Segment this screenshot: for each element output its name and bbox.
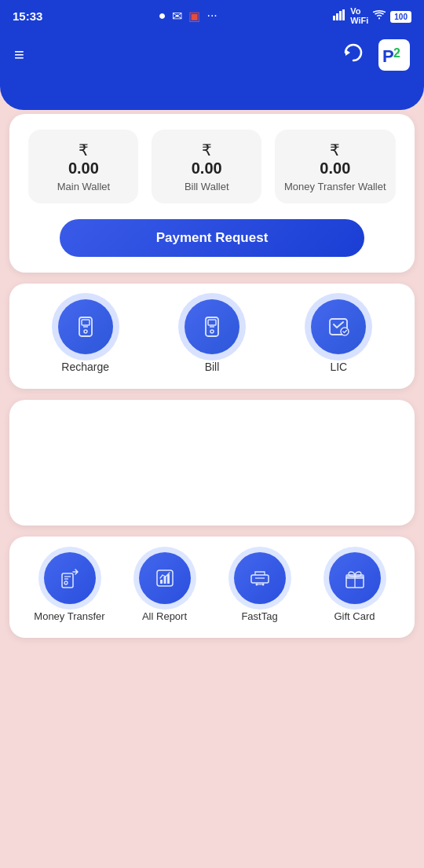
money-transfer-wallet-label: Money Transfer Wallet xyxy=(284,181,386,192)
svg-rect-3 xyxy=(342,9,345,20)
money-transfer-wallet-currency: ₹ xyxy=(330,141,340,159)
svg-rect-1 xyxy=(336,13,338,20)
bill-wallet-item[interactable]: ₹ 0.00 Bill Wallet xyxy=(152,130,261,203)
svg-rect-15 xyxy=(208,320,216,325)
recharge-label: Recharge xyxy=(61,361,109,373)
svg-rect-10 xyxy=(79,317,92,336)
notification-icons: ● ✉ ▣ ··· xyxy=(159,9,217,24)
recharge-service-item[interactable]: Recharge xyxy=(22,299,148,373)
status-time: 15:33 xyxy=(13,9,42,23)
app-header: ≡ P 2 ↑ xyxy=(0,31,424,86)
main-wallet-label: Main Wallet xyxy=(57,181,110,192)
bill-icon-wrapper xyxy=(185,299,239,354)
all-report-label: All Report xyxy=(142,610,187,622)
money-transfer-item[interactable]: Money Transfer xyxy=(22,552,117,622)
all-report-icon xyxy=(154,567,176,589)
bill-wallet-label: Bill Wallet xyxy=(185,181,229,192)
gift-card-icon-wrapper xyxy=(329,552,381,604)
app-icon: ▣ xyxy=(188,9,200,24)
svg-point-12 xyxy=(84,330,87,333)
bottom-services-card: Money Transfer All Report xyxy=(9,537,415,638)
svg-point-29 xyxy=(255,584,258,586)
svg-marker-5 xyxy=(345,49,350,56)
battery-level: 100 xyxy=(390,11,411,23)
svg-rect-26 xyxy=(163,577,166,584)
bottom-services-row: Money Transfer All Report xyxy=(22,552,402,622)
svg-point-23 xyxy=(64,581,68,584)
money-transfer-label: Money Transfer xyxy=(34,610,104,622)
bill-wallet-currency: ₹ xyxy=(202,141,212,159)
status-bar: 15:33 ● ✉ ▣ ··· VoWiFi 100 xyxy=(0,0,424,31)
fasttag-icon-wrapper xyxy=(234,552,286,604)
battery-icon: 100 xyxy=(390,10,411,22)
fasttag-icon xyxy=(249,567,271,589)
all-report-icon-wrapper xyxy=(139,552,191,604)
svg-point-19 xyxy=(341,328,349,335)
main-wallet-item[interactable]: ₹ 0.00 Main Wallet xyxy=(28,130,138,203)
svg-rect-0 xyxy=(333,16,335,20)
bill-label: Bill xyxy=(205,361,220,373)
lic-service-item[interactable]: LIC xyxy=(276,299,402,373)
wifi-icon xyxy=(373,10,386,22)
svg-rect-32 xyxy=(346,577,364,588)
svg-point-16 xyxy=(210,330,214,333)
gift-card-label: Gift Card xyxy=(334,610,375,622)
money-transfer-icon xyxy=(59,567,81,589)
services-row: Recharge Bill xyxy=(22,299,402,373)
main-wallet-currency: ₹ xyxy=(79,141,89,159)
svg-rect-34 xyxy=(346,575,364,578)
lic-label: LIC xyxy=(330,361,347,373)
svg-text:P: P xyxy=(382,46,394,66)
empty-card xyxy=(9,400,415,526)
svg-point-4 xyxy=(378,17,380,19)
header-right: P 2 ↑ xyxy=(342,39,410,71)
svg-text:↑: ↑ xyxy=(397,48,400,56)
payment-request-button[interactable]: Payment Request xyxy=(60,219,364,257)
bill-icon xyxy=(199,314,225,339)
mail-icon: ✉ xyxy=(172,9,182,24)
gift-card-item[interactable]: Gift Card xyxy=(307,552,402,622)
bill-wallet-amount: 0.00 xyxy=(192,159,222,178)
app-logo: P 2 ↑ xyxy=(378,39,410,71)
main-content: ₹ 0.00 Main Wallet ₹ 0.00 Bill Wallet ₹ … xyxy=(0,114,424,665)
gift-card-icon xyxy=(344,567,366,589)
svg-point-30 xyxy=(261,584,264,586)
status-icons: VoWiFi 100 xyxy=(333,6,411,25)
refresh-icon[interactable] xyxy=(342,42,364,68)
wallet-card: ₹ 0.00 Main Wallet ₹ 0.00 Bill Wallet ₹ … xyxy=(9,114,415,273)
svg-rect-14 xyxy=(206,317,218,336)
whatsapp-icon: ● xyxy=(159,9,166,23)
lic-icon xyxy=(326,314,351,339)
recharge-icon-wrapper xyxy=(58,299,113,354)
fasttag-label: FastTag xyxy=(241,610,277,622)
main-wallet-amount: 0.00 xyxy=(68,159,99,178)
svg-rect-27 xyxy=(167,574,170,584)
lic-icon-wrapper xyxy=(311,299,366,354)
svg-rect-11 xyxy=(82,320,90,325)
services-card: Recharge Bill xyxy=(9,284,415,389)
svg-rect-2 xyxy=(339,11,342,20)
recharge-icon xyxy=(73,314,98,339)
money-transfer-wallet-item[interactable]: ₹ 0.00 Money Transfer Wallet xyxy=(275,130,396,203)
svg-rect-28 xyxy=(251,575,269,583)
svg-rect-20 xyxy=(62,573,73,588)
money-transfer-wallet-amount: 0.00 xyxy=(320,159,350,178)
money-transfer-icon-wrapper xyxy=(44,552,96,604)
hamburger-menu-icon[interactable]: ≡ xyxy=(14,45,24,65)
fasttag-item[interactable]: FastTag xyxy=(212,552,307,622)
svg-rect-24 xyxy=(157,570,173,586)
svg-rect-18 xyxy=(330,319,347,335)
signal-icon xyxy=(333,9,345,23)
vowifi-icon: VoWiFi xyxy=(350,6,368,25)
more-icon: ··· xyxy=(207,9,217,23)
all-report-item[interactable]: All Report xyxy=(117,552,212,622)
svg-rect-25 xyxy=(160,580,163,584)
blue-curve-decoration xyxy=(0,86,424,110)
bill-service-item[interactable]: Bill xyxy=(148,299,275,373)
wallet-section: ₹ 0.00 Main Wallet ₹ 0.00 Bill Wallet ₹ … xyxy=(22,130,402,203)
